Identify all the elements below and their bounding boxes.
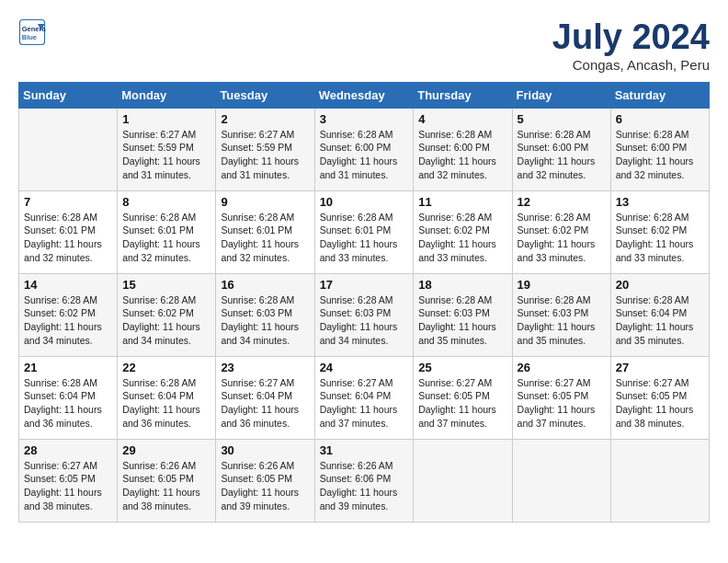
day-number: 25	[418, 361, 506, 374]
calendar-cell: 5Sunrise: 6:28 AM Sunset: 6:00 PM Daylig…	[512, 108, 610, 190]
calendar-cell: 10Sunrise: 6:28 AM Sunset: 6:01 PM Dayli…	[314, 190, 414, 273]
day-number: 17	[320, 278, 409, 292]
day-info: Sunrise: 6:28 AM Sunset: 6:00 PM Dayligh…	[320, 128, 409, 182]
day-number: 20	[616, 278, 704, 292]
header-day-tuesday: Tuesday	[216, 82, 314, 108]
day-number: 28	[24, 443, 112, 457]
calendar-cell	[414, 439, 512, 522]
day-info: Sunrise: 6:28 AM Sunset: 6:02 PM Dayligh…	[616, 211, 704, 265]
day-info: Sunrise: 6:28 AM Sunset: 6:02 PM Dayligh…	[518, 211, 606, 265]
calendar-cell	[512, 439, 610, 522]
day-number: 5	[518, 112, 606, 126]
month-title: July 2024	[552, 18, 710, 57]
header: General Blue July 2024 Congas, Ancash, P…	[18, 18, 710, 73]
day-info: Sunrise: 6:28 AM Sunset: 6:00 PM Dayligh…	[418, 128, 506, 182]
header-day-thursday: Thursday	[414, 82, 512, 108]
day-number: 22	[122, 361, 210, 374]
header-day-sunday: Sunday	[19, 82, 118, 108]
day-info: Sunrise: 6:28 AM Sunset: 6:04 PM Dayligh…	[122, 376, 210, 431]
calendar-cell: 25Sunrise: 6:27 AM Sunset: 6:05 PM Dayli…	[414, 356, 512, 439]
calendar-cell: 8Sunrise: 6:28 AM Sunset: 6:01 PM Daylig…	[118, 190, 216, 273]
day-number: 2	[221, 112, 309, 126]
header-day-wednesday: Wednesday	[314, 82, 414, 108]
calendar-cell: 15Sunrise: 6:28 AM Sunset: 6:02 PM Dayli…	[118, 273, 216, 356]
day-info: Sunrise: 6:27 AM Sunset: 6:05 PM Dayligh…	[616, 376, 704, 431]
day-number: 13	[616, 195, 704, 209]
calendar-cell: 23Sunrise: 6:27 AM Sunset: 6:04 PM Dayli…	[216, 356, 314, 439]
day-number: 19	[518, 278, 606, 292]
day-info: Sunrise: 6:27 AM Sunset: 5:59 PM Dayligh…	[122, 128, 210, 182]
calendar-cell: 30Sunrise: 6:26 AM Sunset: 6:05 PM Dayli…	[216, 439, 314, 522]
week-row-4: 28Sunrise: 6:27 AM Sunset: 6:05 PM Dayli…	[19, 439, 710, 522]
day-number: 10	[320, 195, 409, 209]
day-number: 12	[518, 195, 606, 209]
calendar-cell: 28Sunrise: 6:27 AM Sunset: 6:05 PM Dayli…	[19, 439, 118, 522]
day-number: 1	[122, 112, 210, 126]
calendar-cell: 11Sunrise: 6:28 AM Sunset: 6:02 PM Dayli…	[414, 190, 512, 273]
day-number: 11	[418, 195, 506, 209]
day-info: Sunrise: 6:26 AM Sunset: 6:05 PM Dayligh…	[122, 459, 210, 513]
day-number: 23	[221, 361, 309, 374]
day-info: Sunrise: 6:28 AM Sunset: 6:01 PM Dayligh…	[320, 211, 409, 265]
day-info: Sunrise: 6:28 AM Sunset: 6:00 PM Dayligh…	[518, 128, 606, 182]
day-number: 4	[418, 112, 506, 126]
day-info: Sunrise: 6:28 AM Sunset: 6:02 PM Dayligh…	[24, 293, 112, 348]
week-row-2: 14Sunrise: 6:28 AM Sunset: 6:02 PM Dayli…	[19, 273, 710, 356]
calendar-cell: 14Sunrise: 6:28 AM Sunset: 6:02 PM Dayli…	[19, 273, 118, 356]
day-info: Sunrise: 6:27 AM Sunset: 6:05 PM Dayligh…	[418, 376, 506, 431]
day-number: 26	[518, 361, 606, 374]
calendar-cell	[19, 108, 118, 190]
calendar-cell: 18Sunrise: 6:28 AM Sunset: 6:03 PM Dayli…	[414, 273, 512, 356]
day-info: Sunrise: 6:28 AM Sunset: 6:03 PM Dayligh…	[418, 293, 506, 348]
calendar-cell: 22Sunrise: 6:28 AM Sunset: 6:04 PM Dayli…	[118, 356, 216, 439]
day-info: Sunrise: 6:27 AM Sunset: 6:05 PM Dayligh…	[24, 459, 112, 513]
day-number: 21	[24, 361, 112, 374]
calendar-cell: 16Sunrise: 6:28 AM Sunset: 6:03 PM Dayli…	[216, 273, 314, 356]
svg-text:Blue: Blue	[22, 33, 37, 41]
day-number: 15	[122, 278, 210, 292]
day-info: Sunrise: 6:28 AM Sunset: 6:02 PM Dayligh…	[122, 293, 210, 348]
calendar-cell: 17Sunrise: 6:28 AM Sunset: 6:03 PM Dayli…	[314, 273, 414, 356]
day-number: 30	[221, 443, 309, 457]
day-number: 7	[24, 195, 112, 209]
calendar-cell: 19Sunrise: 6:28 AM Sunset: 6:03 PM Dayli…	[512, 273, 610, 356]
week-row-0: 1Sunrise: 6:27 AM Sunset: 5:59 PM Daylig…	[19, 108, 710, 190]
day-number: 31	[320, 443, 409, 457]
day-number: 27	[616, 361, 704, 374]
day-number: 24	[320, 361, 409, 374]
day-info: Sunrise: 6:28 AM Sunset: 6:04 PM Dayligh…	[616, 293, 704, 348]
location-title: Congas, Ancash, Peru	[552, 57, 710, 73]
day-number: 16	[221, 278, 309, 292]
day-info: Sunrise: 6:27 AM Sunset: 6:04 PM Dayligh…	[221, 376, 309, 431]
week-row-3: 21Sunrise: 6:28 AM Sunset: 6:04 PM Dayli…	[19, 356, 710, 439]
title-area: July 2024 Congas, Ancash, Peru	[552, 18, 710, 73]
day-number: 6	[616, 112, 704, 126]
day-info: Sunrise: 6:27 AM Sunset: 5:59 PM Dayligh…	[221, 128, 309, 182]
header-day-friday: Friday	[512, 82, 610, 108]
logo-icon: General Blue	[18, 18, 46, 46]
day-info: Sunrise: 6:27 AM Sunset: 6:04 PM Dayligh…	[320, 376, 409, 431]
calendar-cell: 20Sunrise: 6:28 AM Sunset: 6:04 PM Dayli…	[610, 273, 709, 356]
calendar-cell: 7Sunrise: 6:28 AM Sunset: 6:01 PM Daylig…	[19, 190, 118, 273]
calendar-cell	[610, 439, 709, 522]
header-day-saturday: Saturday	[610, 82, 709, 108]
day-info: Sunrise: 6:28 AM Sunset: 6:01 PM Dayligh…	[24, 211, 112, 265]
calendar-cell: 21Sunrise: 6:28 AM Sunset: 6:04 PM Dayli…	[19, 356, 118, 439]
week-row-1: 7Sunrise: 6:28 AM Sunset: 6:01 PM Daylig…	[19, 190, 710, 273]
day-number: 29	[122, 443, 210, 457]
calendar-table: SundayMondayTuesdayWednesdayThursdayFrid…	[18, 82, 710, 523]
day-info: Sunrise: 6:26 AM Sunset: 6:05 PM Dayligh…	[221, 459, 309, 513]
day-number: 9	[221, 195, 309, 209]
day-info: Sunrise: 6:28 AM Sunset: 6:00 PM Dayligh…	[616, 128, 704, 182]
day-number: 18	[418, 278, 506, 292]
calendar-cell: 24Sunrise: 6:27 AM Sunset: 6:04 PM Dayli…	[314, 356, 414, 439]
header-row: SundayMondayTuesdayWednesdayThursdayFrid…	[19, 82, 710, 108]
calendar-cell: 26Sunrise: 6:27 AM Sunset: 6:05 PM Dayli…	[512, 356, 610, 439]
calendar-cell: 13Sunrise: 6:28 AM Sunset: 6:02 PM Dayli…	[610, 190, 709, 273]
day-info: Sunrise: 6:27 AM Sunset: 6:05 PM Dayligh…	[518, 376, 606, 431]
day-info: Sunrise: 6:28 AM Sunset: 6:02 PM Dayligh…	[418, 211, 506, 265]
calendar-cell: 27Sunrise: 6:27 AM Sunset: 6:05 PM Dayli…	[610, 356, 709, 439]
calendar-cell: 3Sunrise: 6:28 AM Sunset: 6:00 PM Daylig…	[314, 108, 414, 190]
calendar-cell: 31Sunrise: 6:26 AM Sunset: 6:06 PM Dayli…	[314, 439, 414, 522]
header-day-monday: Monday	[118, 82, 216, 108]
